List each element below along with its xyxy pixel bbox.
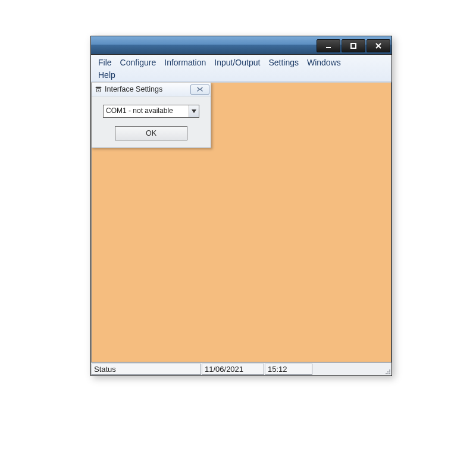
titlebar[interactable]	[91, 36, 392, 55]
svg-point-6	[389, 371, 390, 372]
dialog-close-icon	[196, 87, 204, 92]
resize-grip-icon	[384, 368, 391, 375]
maximize-button[interactable]	[342, 39, 365, 52]
dialog-titlebar[interactable]: Interface Settings	[92, 83, 211, 96]
svg-point-7	[386, 373, 387, 374]
mdi-client-area: Interface Settings COM1 - not available	[91, 82, 392, 362]
phone-icon	[94, 85, 102, 93]
dialog-title-text: Interface Settings	[105, 85, 188, 93]
com-port-select-value: COM1 - not available	[104, 105, 189, 117]
interface-settings-dialog: Interface Settings COM1 - not available	[91, 82, 211, 148]
menubar: File Configure Information Input/Output …	[91, 55, 392, 82]
svg-point-4	[389, 373, 390, 374]
resize-grip[interactable]	[381, 363, 392, 375]
ok-button[interactable]: OK	[115, 126, 187, 140]
statusbar-time-pane: 15:12	[265, 364, 312, 375]
svg-point-8	[387, 371, 389, 372]
menu-configure[interactable]: Configure	[117, 56, 161, 69]
menu-input-output[interactable]: Input/Output	[211, 56, 265, 69]
svg-point-5	[387, 373, 389, 374]
svg-point-3	[98, 89, 99, 90]
menu-settings[interactable]: Settings	[265, 56, 303, 69]
statusbar-date-pane: 11/06/2021	[202, 364, 264, 375]
menu-information[interactable]: Information	[161, 56, 211, 69]
main-window: File Configure Information Input/Output …	[90, 36, 392, 376]
menu-windows[interactable]: Windows	[303, 56, 346, 69]
minimize-icon	[325, 42, 332, 49]
statusbar-status-pane: Status	[91, 364, 201, 375]
menu-help[interactable]: Help	[95, 70, 120, 80]
maximize-icon	[350, 42, 357, 49]
svg-rect-1	[351, 43, 356, 48]
statusbar: Status 11/06/2021 15:12	[91, 362, 392, 375]
chevron-down-icon	[189, 105, 199, 117]
menu-file[interactable]: File	[95, 56, 117, 69]
svg-point-9	[389, 369, 390, 371]
close-button[interactable]	[367, 39, 390, 52]
dialog-close-button[interactable]	[190, 84, 209, 95]
svg-rect-0	[326, 47, 331, 48]
statusbar-spacer	[313, 364, 380, 375]
ok-button-label: OK	[146, 129, 156, 137]
com-port-select[interactable]: COM1 - not available	[103, 105, 199, 118]
close-icon	[375, 42, 382, 49]
minimize-button[interactable]	[317, 39, 340, 52]
